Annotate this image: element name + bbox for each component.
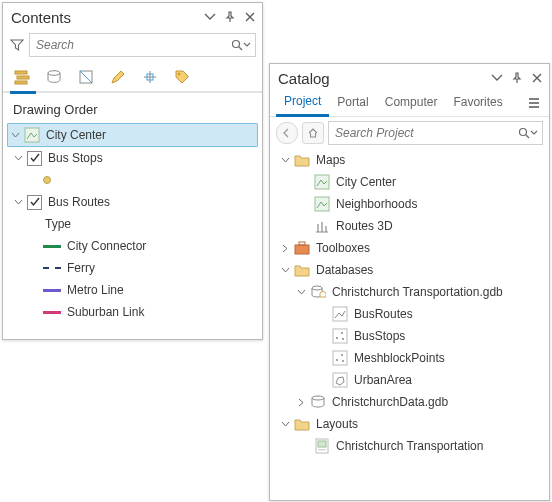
map-label: City Center: [44, 128, 106, 142]
search-dropdown-icon[interactable]: [243, 41, 251, 49]
item-label: MeshblockPoints: [352, 351, 445, 365]
list-by-data-source-button[interactable]: [43, 66, 65, 88]
map-node-city-center[interactable]: City Center: [7, 123, 258, 147]
pin-icon[interactable]: [222, 9, 238, 25]
hamburger-icon[interactable]: [525, 96, 543, 110]
options-dropdown-icon[interactable]: [489, 70, 505, 86]
layouts-folder-icon: [294, 416, 310, 432]
fc-meshblockpoints[interactable]: MeshblockPoints: [274, 347, 545, 369]
visibility-checkbox[interactable]: [27, 195, 42, 210]
caret-down-icon[interactable]: [13, 198, 23, 207]
caret-down-icon[interactable]: [280, 420, 290, 429]
home-button[interactable]: [302, 122, 324, 144]
search-icon[interactable]: [231, 39, 243, 51]
fc-busroutes[interactable]: BusRoutes: [274, 303, 545, 325]
folder-maps[interactable]: Maps: [274, 149, 545, 171]
pin-icon[interactable]: [509, 70, 525, 86]
tab-project[interactable]: Project: [276, 90, 329, 117]
contents-tree: City Center Bus Stops Bus Routes Type Ci…: [3, 123, 262, 329]
symbol-label: Suburban Link: [65, 305, 144, 319]
contents-search-input[interactable]: [34, 37, 231, 53]
item-label: City Center: [334, 175, 396, 189]
folder-label: Maps: [314, 153, 345, 167]
close-icon[interactable]: [529, 70, 545, 86]
point-featureclass-icon: [332, 350, 348, 366]
point-featureclass-icon: [332, 328, 348, 344]
symbol-label: City Connector: [65, 239, 146, 253]
symbol-suburban-link[interactable]: Suburban Link: [7, 301, 258, 323]
symbol-ferry[interactable]: Ferry: [7, 257, 258, 279]
caret-down-icon[interactable]: [13, 154, 23, 163]
bus-stops-symbol[interactable]: [7, 169, 258, 191]
contents-toolbar: [3, 61, 262, 91]
tab-portal[interactable]: Portal: [329, 91, 376, 115]
list-by-editing-button[interactable]: [107, 66, 129, 88]
search-dropdown-icon[interactable]: [530, 129, 538, 137]
caret-right-icon[interactable]: [280, 244, 290, 253]
filter-icon[interactable]: [9, 38, 25, 52]
item-label: Christchurch Transportation: [334, 439, 483, 453]
contents-search-box[interactable]: [29, 33, 256, 57]
fc-urbanarea[interactable]: UrbanArea: [274, 369, 545, 391]
caret-down-icon[interactable]: [10, 131, 20, 140]
caret-down-icon[interactable]: [280, 266, 290, 275]
scene-item-routes-3d[interactable]: Routes 3D: [274, 215, 545, 237]
list-by-drawing-order-button[interactable]: [11, 66, 33, 88]
polygon-featureclass-icon: [332, 372, 348, 388]
catalog-search-input[interactable]: [333, 125, 518, 141]
caret-right-icon[interactable]: [296, 398, 306, 407]
line-featureclass-icon: [332, 306, 348, 322]
back-button[interactable]: [276, 122, 298, 144]
folder-label: Layouts: [314, 417, 358, 431]
layout-icon: [314, 438, 330, 454]
search-icon[interactable]: [518, 127, 530, 139]
line-symbol-icon: [43, 311, 61, 314]
geodatabase-icon: [310, 394, 326, 410]
tab-favorites[interactable]: Favorites: [445, 91, 510, 115]
tab-computer[interactable]: Computer: [377, 91, 446, 115]
catalog-nav-row: [270, 117, 549, 149]
gdb-christchurchdata[interactable]: ChristchurchData.gdb: [274, 391, 545, 413]
layer-bus-routes[interactable]: Bus Routes: [7, 191, 258, 213]
svg-rect-20: [333, 351, 347, 365]
layout-item-christchurch-transportation[interactable]: Christchurch Transportation: [274, 435, 545, 457]
contents-pane: Contents Drawing Order City Center: [2, 2, 263, 340]
svg-point-23: [342, 360, 344, 362]
map-item-city-center[interactable]: City Center: [274, 171, 545, 193]
caret-down-icon[interactable]: [280, 156, 290, 165]
close-icon[interactable]: [242, 9, 258, 25]
line-symbol-icon: [43, 289, 61, 292]
item-label: Routes 3D: [334, 219, 393, 233]
folder-toolboxes[interactable]: Toolboxes: [274, 237, 545, 259]
list-by-snapping-button[interactable]: [139, 66, 161, 88]
symbol-city-connector[interactable]: City Connector: [7, 235, 258, 257]
svg-point-18: [341, 332, 343, 334]
svg-point-7: [178, 73, 181, 76]
folder-layouts[interactable]: Layouts: [274, 413, 545, 435]
symbol-metro-line[interactable]: Metro Line: [7, 279, 258, 301]
symbol-label: Metro Line: [65, 283, 124, 297]
svg-point-21: [336, 359, 338, 361]
point-symbol-icon: [43, 176, 51, 184]
gdb-christchurch-transportation[interactable]: Christchurch Transportation.gdb: [274, 281, 545, 303]
toolbox-folder-icon: [294, 240, 310, 256]
svg-rect-12: [295, 245, 309, 254]
fc-busstops[interactable]: BusStops: [274, 325, 545, 347]
list-by-selection-button[interactable]: [75, 66, 97, 88]
contents-title: Contents: [11, 9, 198, 26]
folder-label: Databases: [314, 263, 373, 277]
map-item-neighborhoods[interactable]: Neighborhoods: [274, 193, 545, 215]
folder-databases[interactable]: Databases: [274, 259, 545, 281]
visibility-checkbox[interactable]: [27, 151, 42, 166]
svg-rect-16: [333, 329, 347, 343]
list-by-labeling-button[interactable]: [171, 66, 193, 88]
caret-down-icon[interactable]: [296, 288, 306, 297]
map-icon: [314, 174, 330, 190]
catalog-search-box[interactable]: [328, 121, 543, 145]
item-label: BusRoutes: [352, 307, 413, 321]
field-heading: Type: [43, 217, 71, 231]
contents-header: Contents: [3, 3, 262, 29]
layer-bus-stops[interactable]: Bus Stops: [7, 147, 258, 169]
map-icon: [314, 196, 330, 212]
options-dropdown-icon[interactable]: [202, 9, 218, 25]
